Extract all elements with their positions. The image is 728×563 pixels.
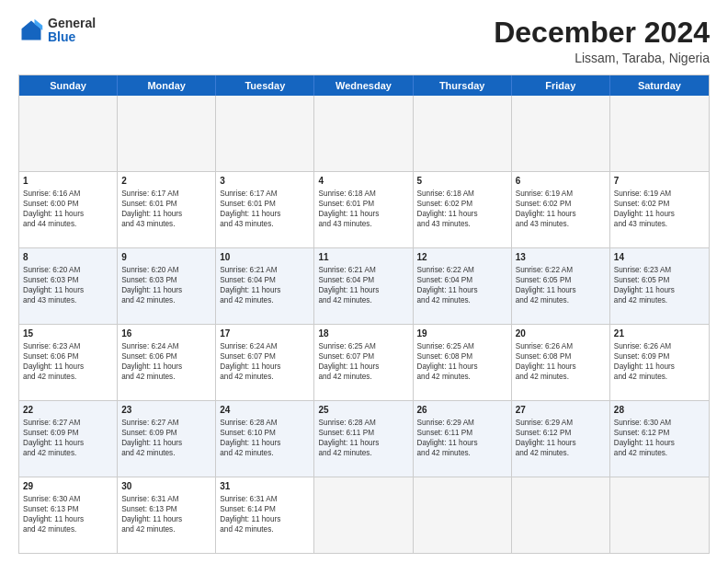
day-info: Sunrise: 6:19 AMSunset: 6:02 PMDaylight:… <box>516 190 576 228</box>
calendar-cell: 28Sunrise: 6:30 AMSunset: 6:12 PMDayligh… <box>610 401 709 477</box>
day-number: 9 <box>121 251 211 264</box>
day-info: Sunrise: 6:20 AMSunset: 6:03 PMDaylight:… <box>23 266 84 304</box>
calendar-cell: 6Sunrise: 6:19 AMSunset: 6:02 PMDaylight… <box>512 172 610 247</box>
calendar-cell: 17Sunrise: 6:24 AMSunset: 6:07 PMDayligh… <box>216 325 314 400</box>
day-number: 5 <box>417 175 507 188</box>
day-number: 3 <box>220 175 310 188</box>
header-day-friday: Friday <box>512 75 610 96</box>
day-number: 19 <box>417 327 507 340</box>
calendar-cell: 10Sunrise: 6:21 AMSunset: 6:04 PMDayligh… <box>216 248 314 324</box>
location-label: Lissam, Taraba, Nigeria <box>494 51 710 65</box>
day-info: Sunrise: 6:25 AMSunset: 6:07 PMDaylight:… <box>318 342 379 381</box>
logo-general-label: General <box>48 17 96 30</box>
calendar-cell: 21Sunrise: 6:26 AMSunset: 6:09 PMDayligh… <box>610 325 709 400</box>
calendar-row-1: 1Sunrise: 6:16 AMSunset: 6:00 PMDaylight… <box>19 171 709 247</box>
day-number: 1 <box>23 175 113 188</box>
logo-icon <box>18 17 44 43</box>
calendar-cell <box>118 96 216 171</box>
logo-blue-label: Blue <box>48 30 96 44</box>
calendar-cell: 22Sunrise: 6:27 AMSunset: 6:09 PMDayligh… <box>19 401 118 477</box>
calendar-cell: 29Sunrise: 6:30 AMSunset: 6:13 PMDayligh… <box>19 477 118 553</box>
calendar-row-5: 29Sunrise: 6:30 AMSunset: 6:13 PMDayligh… <box>19 477 709 553</box>
day-number: 23 <box>121 404 211 417</box>
day-info: Sunrise: 6:23 AMSunset: 6:06 PMDaylight:… <box>23 342 84 381</box>
calendar-cell <box>314 96 413 171</box>
calendar-cell: 31Sunrise: 6:31 AMSunset: 6:14 PMDayligh… <box>216 477 314 553</box>
calendar-cell: 14Sunrise: 6:23 AMSunset: 6:05 PMDayligh… <box>610 248 709 324</box>
day-number: 13 <box>516 251 606 264</box>
month-title: December 2024 <box>494 17 710 49</box>
logo-text: General Blue <box>48 17 96 45</box>
day-number: 24 <box>220 404 310 417</box>
day-number: 15 <box>23 327 113 340</box>
calendar-cell <box>610 477 709 553</box>
day-number: 6 <box>516 175 606 188</box>
day-info: Sunrise: 6:28 AMSunset: 6:10 PMDaylight:… <box>220 419 280 457</box>
calendar-row-0 <box>19 96 709 171</box>
day-number: 20 <box>516 327 606 340</box>
day-info: Sunrise: 6:21 AMSunset: 6:04 PMDaylight:… <box>318 266 379 304</box>
day-number: 7 <box>614 175 705 188</box>
calendar-cell: 12Sunrise: 6:22 AMSunset: 6:04 PMDayligh… <box>414 248 512 324</box>
calendar-cell: 25Sunrise: 6:28 AMSunset: 6:11 PMDayligh… <box>314 401 413 477</box>
day-info: Sunrise: 6:17 AMSunset: 6:01 PMDaylight:… <box>121 190 182 228</box>
day-info: Sunrise: 6:30 AMSunset: 6:13 PMDaylight:… <box>23 495 84 534</box>
day-number: 8 <box>23 251 113 264</box>
day-info: Sunrise: 6:18 AMSunset: 6:02 PMDaylight:… <box>417 190 478 228</box>
calendar-cell <box>512 477 610 553</box>
calendar-cell: 27Sunrise: 6:29 AMSunset: 6:12 PMDayligh… <box>512 401 610 477</box>
calendar-cell <box>216 96 314 171</box>
day-info: Sunrise: 6:29 AMSunset: 6:12 PMDaylight:… <box>516 419 576 457</box>
calendar-cell: 7Sunrise: 6:19 AMSunset: 6:02 PMDaylight… <box>610 172 709 247</box>
header-day-monday: Monday <box>118 75 216 96</box>
calendar-cell: 23Sunrise: 6:27 AMSunset: 6:09 PMDayligh… <box>118 401 216 477</box>
day-info: Sunrise: 6:30 AMSunset: 6:12 PMDaylight:… <box>614 419 675 457</box>
day-info: Sunrise: 6:24 AMSunset: 6:06 PMDaylight:… <box>121 342 182 381</box>
day-number: 11 <box>318 251 408 264</box>
day-number: 25 <box>318 404 408 417</box>
logo: General Blue <box>18 17 96 45</box>
calendar-cell <box>414 477 512 553</box>
calendar-cell: 11Sunrise: 6:21 AMSunset: 6:04 PMDayligh… <box>314 248 413 324</box>
calendar-cell: 5Sunrise: 6:18 AMSunset: 6:02 PMDaylight… <box>414 172 512 247</box>
day-number: 29 <box>23 480 113 493</box>
day-number: 12 <box>417 251 507 264</box>
day-number: 27 <box>516 404 606 417</box>
page: General Blue December 2024 Lissam, Tarab… <box>0 0 728 563</box>
day-number: 4 <box>318 175 408 188</box>
day-info: Sunrise: 6:16 AMSunset: 6:00 PMDaylight:… <box>23 190 84 228</box>
header: General Blue December 2024 Lissam, Tarab… <box>18 17 710 65</box>
header-day-wednesday: Wednesday <box>314 75 413 96</box>
calendar-cell: 15Sunrise: 6:23 AMSunset: 6:06 PMDayligh… <box>19 325 118 400</box>
calendar-cell: 20Sunrise: 6:26 AMSunset: 6:08 PMDayligh… <box>512 325 610 400</box>
calendar-cell <box>314 477 413 553</box>
calendar-cell: 1Sunrise: 6:16 AMSunset: 6:00 PMDaylight… <box>19 172 118 247</box>
day-number: 22 <box>23 404 113 417</box>
day-number: 30 <box>121 480 211 493</box>
day-info: Sunrise: 6:17 AMSunset: 6:01 PMDaylight:… <box>220 190 280 228</box>
calendar-cell: 8Sunrise: 6:20 AMSunset: 6:03 PMDaylight… <box>19 248 118 324</box>
day-number: 26 <box>417 404 507 417</box>
calendar-cell: 16Sunrise: 6:24 AMSunset: 6:06 PMDayligh… <box>118 325 216 400</box>
day-info: Sunrise: 6:26 AMSunset: 6:09 PMDaylight:… <box>614 342 675 381</box>
day-info: Sunrise: 6:24 AMSunset: 6:07 PMDaylight:… <box>220 342 280 381</box>
day-number: 18 <box>318 327 408 340</box>
calendar: SundayMondayTuesdayWednesdayThursdayFrid… <box>18 75 710 554</box>
day-number: 14 <box>614 251 705 264</box>
calendar-cell <box>512 96 610 171</box>
calendar-cell: 2Sunrise: 6:17 AMSunset: 6:01 PMDaylight… <box>118 172 216 247</box>
calendar-cell: 13Sunrise: 6:22 AMSunset: 6:05 PMDayligh… <box>512 248 610 324</box>
header-day-saturday: Saturday <box>610 75 709 96</box>
day-info: Sunrise: 6:31 AMSunset: 6:13 PMDaylight:… <box>121 495 182 534</box>
title-section: December 2024 Lissam, Taraba, Nigeria <box>494 17 710 65</box>
day-info: Sunrise: 6:28 AMSunset: 6:11 PMDaylight:… <box>318 419 379 457</box>
day-number: 21 <box>614 327 705 340</box>
day-info: Sunrise: 6:20 AMSunset: 6:03 PMDaylight:… <box>121 266 182 304</box>
calendar-header: SundayMondayTuesdayWednesdayThursdayFrid… <box>19 75 709 96</box>
day-number: 31 <box>220 480 310 493</box>
calendar-cell <box>19 96 118 171</box>
calendar-cell <box>414 96 512 171</box>
day-info: Sunrise: 6:31 AMSunset: 6:14 PMDaylight:… <box>220 495 280 534</box>
day-info: Sunrise: 6:22 AMSunset: 6:04 PMDaylight:… <box>417 266 478 304</box>
calendar-row-2: 8Sunrise: 6:20 AMSunset: 6:03 PMDaylight… <box>19 247 709 324</box>
